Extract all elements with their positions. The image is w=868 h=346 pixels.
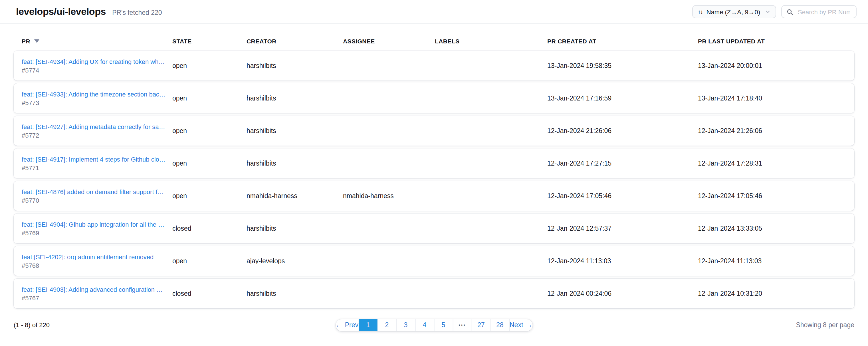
- updated-at-cell: 13-Jan-2024 20:00:01: [698, 62, 846, 69]
- column-header-labels: LABELS: [435, 38, 547, 45]
- table-row: feat: [SEI-4904]: Gihub app integration …: [14, 213, 854, 243]
- table-row: feat: [SEI-4917]: Implement 4 steps for …: [14, 148, 854, 178]
- chevron-down-icon: [765, 9, 770, 14]
- range-label: (1 - 8) of 220: [14, 321, 50, 328]
- created-at-cell: 13-Jan-2024 19:58:35: [547, 62, 698, 69]
- pr-title-link[interactable]: feat: [SEI-4904]: Gihub app integration …: [22, 221, 165, 228]
- creator-cell: harshilbits: [247, 127, 343, 134]
- pr-title-link[interactable]: feat: [SEI-4933]: Adding the timezone se…: [22, 90, 165, 97]
- pr-number: #5768: [22, 262, 165, 269]
- pr-title-link[interactable]: feat: [SEI-4934]: Adding UX for creating…: [22, 58, 165, 65]
- page-button[interactable]: 4: [415, 319, 434, 331]
- table-row: feat: [SEI-4933]: Adding the timezone se…: [14, 83, 854, 113]
- assignee-cell: nmahida-harness: [343, 193, 435, 199]
- state-cell: closed: [172, 225, 247, 232]
- state-cell: open: [172, 160, 247, 167]
- state-cell: closed: [172, 290, 247, 297]
- creator-cell: harshilbits: [247, 290, 343, 297]
- column-header-pr[interactable]: PR: [22, 38, 172, 45]
- pr-cell: feat: [SEI-4927]: Adding metadata correc…: [22, 123, 172, 139]
- table-row: feat:[SEI-4202]: org admin entitlement r…: [14, 246, 854, 276]
- sort-caret-icon: [34, 39, 39, 43]
- next-page-button[interactable]: Next →: [509, 319, 532, 331]
- arrow-left-icon: ←: [336, 321, 342, 328]
- creator-cell: harshilbits: [247, 160, 343, 167]
- updated-at-cell: 12-Jan-2024 21:26:06: [698, 127, 846, 134]
- creator-cell: harshilbits: [247, 225, 343, 232]
- pr-title-link[interactable]: feat:[SEI-4202]: org admin entitlement r…: [22, 253, 165, 260]
- table-header: PR STATE CREATOR ASSIGNEE LABELS PR CREA…: [14, 38, 854, 45]
- page-button[interactable]: 3: [397, 319, 415, 331]
- page-button[interactable]: 27: [472, 319, 491, 331]
- search-icon: [786, 8, 793, 15]
- pr-title-link[interactable]: feat: [SEI-4876] added on demand filter …: [22, 188, 165, 195]
- pr-number: #5772: [22, 132, 165, 139]
- prev-label: Prev: [345, 321, 359, 328]
- table-row: feat: [SEI-4934]: Adding UX for creating…: [14, 51, 854, 81]
- arrow-right-icon: →: [526, 321, 532, 328]
- pr-list-page: levelops/ui-levelops PR's fetched 220 ↑↓…: [0, 0, 868, 346]
- sort-dropdown[interactable]: ↑↓ Name (Z→A, 9→0): [692, 5, 776, 18]
- creator-cell: harshilbits: [247, 62, 343, 69]
- updated-at-cell: 12-Jan-2024 13:33:05: [698, 225, 846, 232]
- updated-at-cell: 12-Jan-2024 11:13:03: [698, 258, 846, 264]
- updated-at-cell: 12-Jan-2024 10:31:20: [698, 290, 846, 297]
- page-button[interactable]: 5: [434, 319, 453, 331]
- creator-cell: harshilbits: [247, 95, 343, 102]
- state-cell: open: [172, 62, 247, 69]
- pr-number: #5771: [22, 164, 165, 171]
- search-box: [781, 5, 857, 18]
- page-button[interactable]: 28: [491, 319, 509, 331]
- created-at-cell: 12-Jan-2024 21:26:06: [547, 127, 698, 134]
- state-cell: open: [172, 95, 247, 102]
- pr-cell: feat: [SEI-4904]: Gihub app integration …: [22, 221, 172, 236]
- created-at-cell: 12-Jan-2024 00:24:06: [547, 290, 698, 297]
- pr-cell: feat: [SEI-4934]: Adding UX for creating…: [22, 58, 172, 74]
- column-header-creator: CREATOR: [247, 38, 343, 45]
- pr-title-link[interactable]: feat: [SEI-4903]: Adding advanced config…: [22, 286, 165, 293]
- creator-cell: ajay-levelops: [247, 258, 343, 264]
- pr-cell: feat: [SEI-4917]: Implement 4 steps for …: [22, 155, 172, 171]
- prev-page-button[interactable]: ← Prev: [336, 319, 359, 331]
- created-at-cell: 12-Jan-2024 11:13:03: [547, 258, 698, 264]
- pr-number: #5773: [22, 99, 165, 106]
- created-at-cell: 12-Jan-2024 17:27:15: [547, 160, 698, 167]
- pr-title-link[interactable]: feat: [SEI-4927]: Adding metadata correc…: [22, 123, 165, 130]
- page-button[interactable]: 2: [378, 319, 397, 331]
- column-header-created-at: PR CREATED AT: [547, 38, 698, 45]
- column-header-state: STATE: [172, 38, 247, 45]
- page-title: levelops/ui-levelops: [16, 6, 106, 18]
- pr-cell: feat: [SEI-4903]: Adding advanced config…: [22, 286, 172, 301]
- updated-at-cell: 12-Jan-2024 17:05:46: [698, 193, 846, 199]
- table-body: feat: [SEI-4934]: Adding UX for creating…: [0, 51, 868, 308]
- page-header: levelops/ui-levelops PR's fetched 220 ↑↓…: [0, 0, 868, 24]
- sort-label: Name (Z→A, 9→0): [707, 8, 760, 15]
- updated-at-cell: 13-Jan-2024 17:18:40: [698, 95, 846, 102]
- column-header-updated-at: PR LAST UPDATED AT: [698, 38, 846, 45]
- table-row: feat: [SEI-4927]: Adding metadata correc…: [14, 116, 854, 146]
- search-input[interactable]: [797, 8, 851, 16]
- fetched-count: PR's fetched 220: [112, 9, 162, 16]
- state-cell: open: [172, 127, 247, 134]
- pr-number: #5767: [22, 294, 165, 301]
- pr-number: #5774: [22, 66, 165, 74]
- table-row: feat: [SEI-4876] added on demand filter …: [14, 181, 854, 211]
- pr-cell: feat:[SEI-4202]: org admin entitlement r…: [22, 253, 172, 269]
- column-label: PR: [22, 38, 30, 45]
- pr-title-link[interactable]: feat: [SEI-4917]: Implement 4 steps for …: [22, 155, 165, 163]
- pagination: ← Prev 1 2 3 4 5 ••• 27 28 Next →: [336, 319, 533, 331]
- created-at-cell: 13-Jan-2024 17:16:59: [547, 95, 698, 102]
- state-cell: open: [172, 258, 247, 264]
- sort-arrows-icon: ↑↓: [698, 8, 703, 15]
- created-at-cell: 12-Jan-2024 12:57:37: [547, 225, 698, 232]
- per-page-label: Showing 8 per page: [796, 321, 854, 328]
- pr-number: #5769: [22, 229, 165, 236]
- page-button[interactable]: 1: [359, 319, 378, 331]
- pr-number: #5770: [22, 197, 165, 204]
- pr-cell: feat: [SEI-4876] added on demand filter …: [22, 188, 172, 204]
- pages-ellipsis[interactable]: •••: [453, 319, 472, 331]
- column-header-assignee: ASSIGNEE: [343, 38, 435, 45]
- footer: (1 - 8) of 220 ← Prev 1 2 3 4 5 ••• 27 2…: [14, 319, 854, 331]
- created-at-cell: 12-Jan-2024 17:05:46: [547, 193, 698, 199]
- table-row: feat: [SEI-4903]: Adding advanced config…: [14, 279, 854, 308]
